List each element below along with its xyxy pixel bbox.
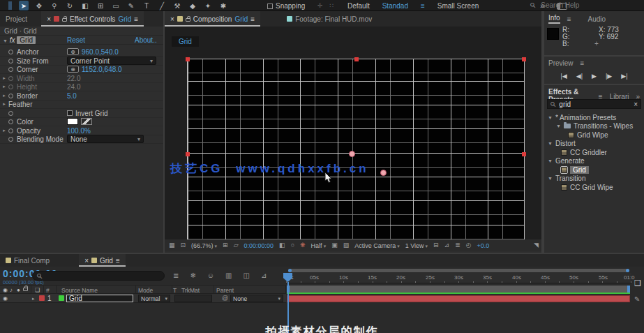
resolution-dropdown[interactable]: Half▾ bbox=[311, 242, 327, 249]
graph-editor-icon[interactable]: ⊿ bbox=[261, 272, 267, 279]
tree-item-generate[interactable]: ▼ Generate bbox=[544, 157, 644, 166]
clear-search-icon[interactable]: × bbox=[634, 101, 638, 108]
pixel-aspect-icon[interactable]: ⊿ bbox=[444, 242, 450, 249]
stopwatch-icon[interactable] bbox=[8, 137, 13, 142]
stopwatch-icon[interactable] bbox=[8, 111, 13, 116]
close-icon[interactable]: × bbox=[84, 257, 89, 265]
anchor-point-icon[interactable]: ⊕ bbox=[67, 48, 79, 55]
panel-menu-icon[interactable]: ≡ bbox=[134, 15, 138, 23]
roto-brush-tool-icon[interactable]: ✦ bbox=[203, 1, 213, 10]
camera-tool-icon[interactable]: ◧ bbox=[80, 1, 90, 10]
stopwatch-icon[interactable] bbox=[8, 50, 13, 54]
type-tool-icon[interactable]: T bbox=[142, 1, 151, 10]
tree-item-distort[interactable]: ▼ Distort bbox=[544, 140, 644, 149]
stopwatch-icon[interactable] bbox=[8, 67, 13, 72]
corner-control-point[interactable] bbox=[380, 170, 387, 176]
effects-search-input[interactable]: ⚲ grid × bbox=[547, 99, 641, 109]
tree-item-grid-wipe[interactable]: Grid Wipe bbox=[544, 131, 644, 140]
pen-tool-icon[interactable]: ✎ bbox=[126, 1, 136, 10]
view-layout-dropdown[interactable]: 1 View▾ bbox=[405, 242, 428, 249]
effect-expander-icon[interactable]: ▼ bbox=[3, 38, 8, 43]
tab-grid-timeline[interactable]: × Grid ≡ bbox=[79, 254, 126, 267]
layer-visibility-icon[interactable]: ◉ bbox=[3, 295, 8, 302]
play-button[interactable]: ▶ bbox=[592, 73, 597, 80]
show-snapshot-icon[interactable]: ○ bbox=[291, 242, 294, 249]
stopwatch-icon[interactable] bbox=[8, 94, 13, 98]
layer-row-grid[interactable]: ◉ ▸ 1 Grid Normal ▾ @ None ▾ bbox=[0, 294, 286, 303]
timeline-search-input[interactable]: ⚲ bbox=[32, 271, 165, 281]
workspace-default[interactable]: Default bbox=[347, 2, 370, 10]
camera-dropdown[interactable]: Active Camera▾ bbox=[354, 242, 400, 249]
clone-stamp-tool-icon[interactable]: ⚒ bbox=[172, 1, 182, 10]
invert-grid-checkbox[interactable] bbox=[67, 110, 73, 116]
expander-icon[interactable]: ▸ bbox=[0, 75, 8, 81]
safe-margins-icon[interactable]: ⊟ bbox=[433, 242, 439, 249]
layer-handle-mid-left[interactable] bbox=[186, 152, 190, 156]
hand-tool-icon[interactable]: ✥ bbox=[34, 1, 44, 10]
channels-icon[interactable]: ❋ bbox=[300, 242, 306, 249]
monitor-icon[interactable]: ⊡ bbox=[181, 242, 186, 249]
puppet-pin-tool-icon[interactable]: ✱ bbox=[218, 1, 228, 10]
blending-mode-dropdown[interactable]: None ▾ bbox=[67, 135, 144, 143]
selection-tool-icon[interactable]: ➤ bbox=[19, 1, 29, 10]
first-frame-button[interactable]: |◀ bbox=[561, 73, 567, 80]
layer-name-input[interactable]: Grid bbox=[66, 295, 133, 302]
tab-audio[interactable]: Audio bbox=[588, 15, 606, 23]
workspace-small-screen[interactable]: Small Screen bbox=[437, 2, 479, 10]
panel-menu-icon[interactable]: ≡ bbox=[567, 15, 571, 23]
reset-link[interactable]: Reset bbox=[67, 36, 85, 45]
panel-grip-icon[interactable]: ◥ bbox=[534, 242, 539, 249]
next-frame-button[interactable]: |▶ bbox=[606, 73, 612, 80]
shape-tool-icon[interactable]: ▭ bbox=[111, 1, 121, 10]
expander-icon[interactable]: ▼ bbox=[548, 141, 553, 146]
tab-footage[interactable]: Footage: Final HUD.mov bbox=[281, 11, 377, 27]
expander-icon[interactable]: ▸ bbox=[0, 84, 8, 89]
stopwatch-icon[interactable] bbox=[8, 119, 13, 124]
workspace-menu-icon[interactable]: ≡ bbox=[421, 2, 425, 10]
tree-item-cc-griddler[interactable]: CC Griddler bbox=[544, 148, 644, 157]
time-ruler[interactable]: 0s 05s 10s 15s 20s 25s 30s 35s 40s 45s 5… bbox=[286, 273, 631, 283]
border-value[interactable]: 5.0 bbox=[67, 92, 77, 100]
stopwatch-icon[interactable] bbox=[8, 76, 13, 81]
transparency-grid-icon[interactable]: ▨ bbox=[343, 242, 350, 249]
layer-expander-icon[interactable]: ▸ bbox=[32, 296, 35, 301]
tree-item-cc-grid-wipe[interactable]: CC Grid Wipe bbox=[544, 183, 644, 192]
comp-marker-icon[interactable]: ❑ bbox=[634, 279, 641, 287]
mode-column[interactable]: Mode bbox=[138, 287, 153, 294]
tab-composition[interactable]: × Composition Grid ≡ bbox=[165, 11, 260, 27]
snapshot-icon[interactable]: ◧ bbox=[279, 242, 285, 249]
layer-handle-mid-right[interactable] bbox=[522, 152, 526, 156]
snapping-checkbox[interactable] bbox=[267, 3, 273, 9]
draft-3d-icon[interactable]: ❄ bbox=[190, 272, 195, 279]
expander-icon[interactable]: ▼ bbox=[548, 115, 553, 120]
tree-item-transitions-wipes[interactable]: ▼ Transitions - Wipes bbox=[544, 122, 644, 131]
corner-point-icon[interactable]: ⊕ bbox=[67, 66, 79, 73]
layer-handle-top-center[interactable] bbox=[354, 57, 359, 61]
t-column[interactable]: T bbox=[173, 287, 177, 294]
last-frame-button[interactable]: ▶| bbox=[621, 73, 627, 80]
trkmat-dropdown[interactable] bbox=[174, 295, 212, 302]
parent-column[interactable]: Parent bbox=[216, 287, 234, 294]
motion-blur-icon[interactable]: ◫ bbox=[243, 272, 249, 279]
corner-value[interactable]: 1152.0,648.0 bbox=[82, 66, 122, 73]
grid-guides-icon[interactable]: ▦ bbox=[169, 242, 175, 249]
composition-canvas[interactable] bbox=[187, 59, 525, 239]
expander-icon[interactable]: ▸ bbox=[0, 93, 8, 98]
panel-menu-icon[interactable]: ≡ bbox=[116, 257, 120, 265]
tree-item-animation-presets[interactable]: ▼ * Animation Presets bbox=[544, 113, 644, 122]
stopwatch-icon[interactable] bbox=[8, 84, 13, 89]
composition-flowchart-icon[interactable]: ≣ bbox=[173, 272, 179, 279]
size-from-dropdown[interactable]: Corner Point ▾ bbox=[67, 57, 156, 65]
color-swatch[interactable] bbox=[67, 118, 78, 125]
hide-shy-layers-icon[interactable]: ☺ bbox=[207, 272, 214, 279]
source-name-column[interactable]: Source Name bbox=[61, 287, 98, 294]
workspace-standard[interactable]: Standad bbox=[382, 2, 408, 10]
close-icon[interactable]: × bbox=[47, 15, 51, 23]
comp-marker-pen-icon[interactable]: ✎ bbox=[634, 296, 640, 303]
opacity-value[interactable]: 100.0% bbox=[67, 127, 91, 135]
snap-option2-icon[interactable]: ∷ bbox=[330, 2, 334, 9]
viewer-timecode[interactable]: 0:00:00:00 bbox=[244, 242, 274, 249]
effect-name[interactable]: Grid bbox=[17, 36, 36, 44]
expander-icon[interactable]: ▸ bbox=[0, 128, 8, 133]
parent-dropdown[interactable]: None ▾ bbox=[230, 295, 283, 302]
